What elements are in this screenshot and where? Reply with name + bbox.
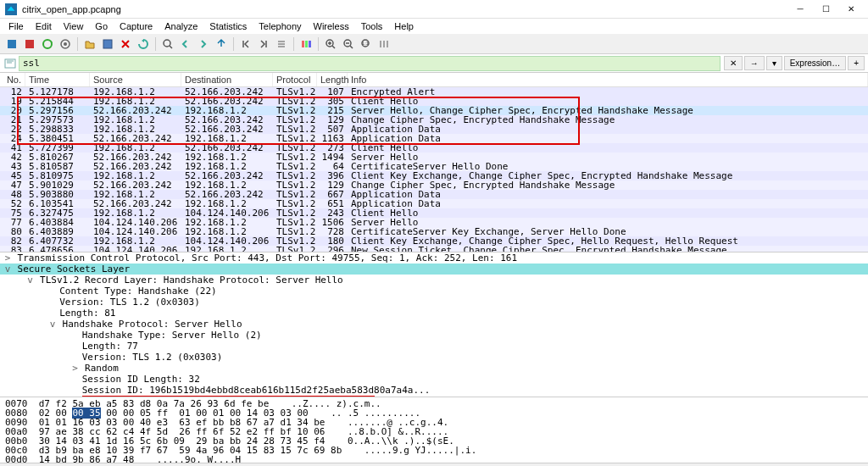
packet-row[interactable]: 826.407732192.168.1.2104.124.140.206TLSv… xyxy=(0,236,868,246)
goto-button[interactable] xyxy=(213,36,230,53)
go-last-button[interactable] xyxy=(255,36,272,53)
filter-dropdown-button[interactable]: ▾ xyxy=(766,56,782,70)
display-filter-input[interactable] xyxy=(19,56,721,71)
go-first-button[interactable] xyxy=(237,36,254,53)
resize-columns-button[interactable] xyxy=(376,36,392,53)
detail-line[interactable]: Length: 77 xyxy=(0,341,868,352)
packet-row[interactable]: 215.297573192.168.1.252.166.203.242TLSv1… xyxy=(0,115,868,125)
menu-help[interactable]: Help xyxy=(389,19,419,33)
packet-row[interactable]: 195.215844192.168.1.252.166.203.242TLSv1… xyxy=(0,97,868,106)
next-button[interactable] xyxy=(195,36,212,53)
detail-line[interactable]: Content Type: Handshake (22) xyxy=(0,286,868,297)
packet-list-pane[interactable]: No. Time Source Destination Protocol Len… xyxy=(0,73,868,252)
detail-line[interactable]: Length: 81 xyxy=(0,308,868,319)
detail-line[interactable]: Version: TLS 1.2 (0x0303) xyxy=(0,352,868,363)
packet-row[interactable]: 435.81058752.166.203.242192.168.1.2TLSv1… xyxy=(0,162,868,171)
menu-analyze[interactable]: Analyze xyxy=(159,19,203,33)
detail-line[interactable]: v Secure Sockets Layer xyxy=(0,264,868,275)
packet-row[interactable]: 225.298833192.168.1.252.166.203.242TLSv1… xyxy=(0,125,868,134)
detail-line[interactable]: > Transmission Control Protocol, Src Por… xyxy=(0,252,868,264)
tree-toggle[interactable]: v xyxy=(48,319,57,330)
toolbar-separator xyxy=(293,37,294,51)
packet-list-header: No. Time Source Destination Protocol Len… xyxy=(0,73,868,87)
packet-row[interactable]: 455.810975192.168.1.252.166.203.242TLSv1… xyxy=(0,171,868,180)
toolbar-separator xyxy=(155,37,156,51)
column-time[interactable]: Time xyxy=(25,73,90,86)
detail-line[interactable]: v TLSv1.2 Record Layer: Handshake Protoc… xyxy=(0,275,868,286)
filter-apply-button[interactable]: → xyxy=(744,56,765,70)
close-file-button[interactable] xyxy=(117,36,134,53)
menu-capture[interactable]: Capture xyxy=(114,19,158,33)
detail-line[interactable]: Handshake Type: Server Hello (2) xyxy=(0,330,868,341)
find-button[interactable] xyxy=(159,36,176,53)
open-button[interactable] xyxy=(81,36,98,53)
packet-row[interactable]: 526.10354152.166.203.242192.168.1.2TLSv1… xyxy=(0,199,868,208)
svg-point-5 xyxy=(64,42,67,46)
column-protocol[interactable]: Protocol xyxy=(273,73,317,86)
tree-toggle[interactable]: > xyxy=(3,252,12,264)
zoom-in-button[interactable] xyxy=(322,36,339,53)
detail-line[interactable]: Version: TLS 1.2 (0x0303) xyxy=(0,297,868,308)
column-length[interactable]: Length xyxy=(317,73,348,86)
packet-row[interactable]: 485.903880192.168.1.252.166.203.242TLSv1… xyxy=(0,190,868,199)
stop-capture-button[interactable] xyxy=(21,36,38,53)
packet-details-pane[interactable]: > Transmission Control Protocol, Src Por… xyxy=(0,252,868,397)
packet-row[interactable]: 245.38045152.166.203.242192.168.1.2TLSv1… xyxy=(0,134,868,143)
column-no[interactable]: No. xyxy=(0,73,25,86)
detail-line[interactable]: Session ID Length: 32 xyxy=(0,374,868,385)
toolbar-separator xyxy=(318,37,319,51)
packet-row[interactable]: 756.327475192.168.1.2104.124.140.206TLSv… xyxy=(0,208,868,218)
maximize-button[interactable]: ☐ xyxy=(814,2,837,17)
save-button[interactable] xyxy=(99,36,116,53)
restart-capture-button[interactable] xyxy=(39,36,56,53)
packet-row[interactable]: 836.478656104.124.140.206192.168.1.2TLSv… xyxy=(0,246,868,252)
column-source[interactable]: Source xyxy=(90,73,181,86)
options-button[interactable] xyxy=(57,36,74,53)
tree-toggle[interactable]: > xyxy=(70,363,79,374)
menu-wireless[interactable]: Wireless xyxy=(309,19,354,33)
detail-line[interactable]: v Handshake Protocol: Server Hello xyxy=(0,319,868,330)
prev-button[interactable] xyxy=(177,36,194,53)
packet-row[interactable]: 415.727399192.168.1.252.166.203.242TLSv1… xyxy=(0,143,868,153)
toolbar-separator xyxy=(77,37,78,51)
filter-clear-button[interactable]: ✕ xyxy=(724,56,743,70)
detail-line[interactable]: Session ID: 196b1519bd4ebbd8ceab616b115d… xyxy=(0,385,868,396)
tree-toggle[interactable]: v xyxy=(3,264,12,275)
zoom-out-button[interactable] xyxy=(340,36,357,53)
minimize-button[interactable]: ─ xyxy=(788,2,812,17)
toolbar-separator xyxy=(233,37,234,51)
packet-row[interactable]: 425.81026752.166.203.242192.168.1.2TLSv1… xyxy=(0,153,868,162)
display-filter-bar: ✕ → ▾ Expression… + xyxy=(0,54,868,73)
detail-line[interactable]: > Random xyxy=(0,363,868,374)
menu-statistics[interactable]: Statistics xyxy=(204,19,252,33)
autoscroll-button[interactable] xyxy=(273,36,290,53)
menu-edit[interactable]: Edit xyxy=(31,19,57,33)
packet-row[interactable]: 475.90102952.166.203.242192.168.1.2TLSv1… xyxy=(0,180,868,190)
packet-row[interactable]: 205.29715652.166.203.242192.168.1.2TLSv1… xyxy=(0,106,868,115)
packet-row[interactable]: 806.403889104.124.140.206192.168.1.2TLSv… xyxy=(0,227,868,236)
tree-toggle[interactable]: v xyxy=(26,275,35,286)
close-button[interactable]: ✕ xyxy=(839,2,863,17)
svg-rect-6 xyxy=(103,40,112,48)
menu-view[interactable]: View xyxy=(58,19,89,33)
column-info[interactable]: Info xyxy=(348,73,868,86)
menu-telephony[interactable]: Telephony xyxy=(253,19,306,33)
menu-file[interactable]: File xyxy=(3,19,29,33)
menu-bar: FileEditViewGoCaptureAnalyzeStatisticsTe… xyxy=(0,19,868,34)
svg-rect-8 xyxy=(302,41,304,47)
start-capture-button[interactable] xyxy=(3,36,20,53)
colorize-button[interactable] xyxy=(298,36,314,53)
hex-line[interactable]: 00d0 14 bd 9b 86 a7 48 .....9o. W....H xyxy=(5,455,863,463)
reload-button[interactable] xyxy=(135,36,152,53)
filter-add-button[interactable]: + xyxy=(848,56,865,70)
menu-go[interactable]: Go xyxy=(90,19,113,33)
app-icon xyxy=(5,3,17,15)
svg-rect-10 xyxy=(309,41,311,47)
zoom-reset-button[interactable]: 1:1 xyxy=(358,36,375,53)
column-destination[interactable]: Destination xyxy=(181,73,273,86)
packet-bytes-pane[interactable]: 0070 d7 f2 5a eb a5 83 d8 0a 7a 26 93 6d… xyxy=(0,397,868,463)
packet-row[interactable]: 125.127178192.168.1.252.166.203.242TLSv1… xyxy=(0,87,868,97)
menu-tools[interactable]: Tools xyxy=(356,19,388,33)
packet-row[interactable]: 776.403884104.124.140.206192.168.1.2TLSv… xyxy=(0,218,868,227)
filter-expression-button[interactable]: Expression… xyxy=(784,56,846,70)
